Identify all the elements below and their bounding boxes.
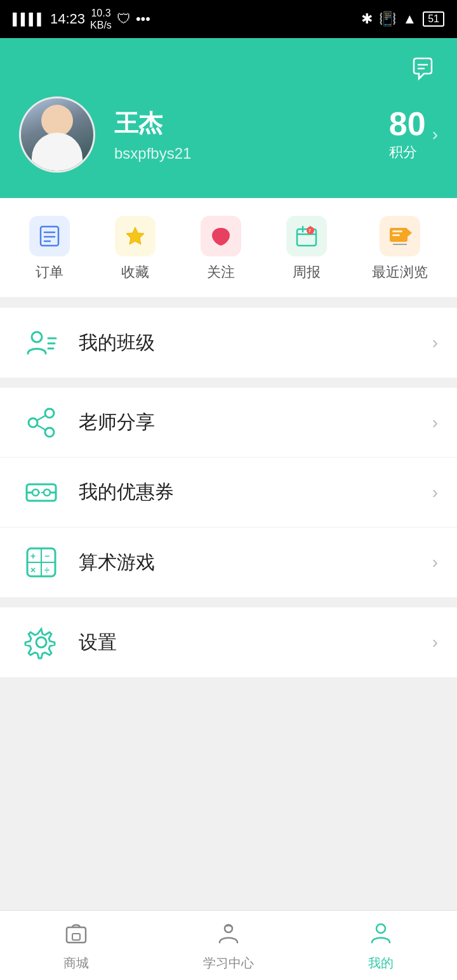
vibrate-icon: 📳 bbox=[379, 11, 396, 27]
svg-text:×: × bbox=[30, 565, 36, 575]
profile-header: 王杰 bsxpfbys21 80 积分 › bbox=[0, 38, 457, 198]
user-id: bsxpfbys21 bbox=[114, 145, 370, 162]
section-divider-3 bbox=[0, 597, 457, 607]
svg-point-44 bbox=[376, 924, 385, 933]
network-signal-icon: ▌▌▌▌ bbox=[13, 13, 45, 26]
nav-item-mine[interactable]: 我的 bbox=[305, 920, 457, 972]
menu-section: 我的班级 › bbox=[0, 308, 457, 378]
menu-item-math-game[interactable]: + − × ÷ 算术游戏 › bbox=[0, 527, 457, 597]
section-divider-1 bbox=[0, 298, 457, 308]
points-label: 积分 bbox=[389, 143, 426, 162]
mine-nav-label: 我的 bbox=[368, 955, 394, 972]
browse-label: 最近浏览 bbox=[372, 263, 428, 282]
nav-item-study[interactable]: 学习中心 bbox=[152, 920, 305, 972]
menu-item-teacher-share[interactable]: 老师分享 › bbox=[0, 388, 457, 458]
wifi-icon: ▲ bbox=[402, 11, 416, 27]
menu-item-settings[interactable]: 设置 › bbox=[0, 607, 457, 677]
points-chevron-icon: › bbox=[432, 124, 438, 145]
math-game-label: 算术游戏 bbox=[79, 550, 432, 576]
shield-icon: 🛡 bbox=[117, 11, 131, 27]
browse-icon bbox=[380, 216, 420, 256]
coupon-icon bbox=[19, 470, 63, 515]
teacher-share-chevron-icon: › bbox=[432, 413, 438, 433]
mine-icon bbox=[368, 920, 394, 951]
section-divider-2 bbox=[0, 378, 457, 388]
collect-icon bbox=[115, 216, 156, 256]
coupon-chevron-icon: › bbox=[432, 482, 438, 503]
settings-chevron-icon: › bbox=[432, 632, 438, 652]
my-class-icon bbox=[19, 321, 63, 365]
settings-icon bbox=[19, 620, 63, 665]
my-class-chevron-icon: › bbox=[432, 333, 438, 353]
menu-item-my-class[interactable]: 我的班级 › bbox=[0, 308, 457, 378]
math-game-icon: + − × ÷ bbox=[19, 540, 63, 585]
math-game-chevron-icon: › bbox=[432, 552, 438, 573]
svg-rect-15 bbox=[392, 230, 402, 232]
svg-point-40 bbox=[36, 637, 46, 647]
study-icon bbox=[216, 920, 241, 951]
order-icon bbox=[29, 216, 70, 256]
svg-point-18 bbox=[32, 332, 42, 342]
svg-point-30 bbox=[32, 489, 39, 496]
action-follow[interactable]: 关注 bbox=[201, 216, 241, 282]
teacher-share-label: 老师分享 bbox=[79, 409, 432, 435]
content-gray-area bbox=[0, 677, 457, 899]
points-section[interactable]: 80 积分 › bbox=[389, 107, 438, 162]
menu-section-2: 老师分享 › 我的优惠券 › bbox=[0, 388, 457, 597]
status-speed: 10.3 KB/s bbox=[90, 7, 112, 31]
svg-line-25 bbox=[37, 416, 45, 420]
svg-text:+: + bbox=[30, 551, 36, 561]
weekly-icon: 7 bbox=[286, 216, 327, 256]
status-left: ▌▌▌▌ 14:23 10.3 KB/s 🛡 ••• bbox=[13, 7, 150, 31]
follow-icon bbox=[201, 216, 241, 256]
svg-text:÷: ÷ bbox=[44, 565, 50, 575]
avatar[interactable] bbox=[19, 96, 95, 173]
dots-icon: ••• bbox=[136, 11, 150, 27]
teacher-share-icon bbox=[19, 401, 63, 445]
profile-row: 王杰 bsxpfbys21 80 积分 › bbox=[19, 96, 438, 173]
message-icon[interactable] bbox=[407, 53, 438, 84]
nav-item-shop[interactable]: 商城 bbox=[0, 920, 152, 972]
action-browse[interactable]: 最近浏览 bbox=[372, 216, 428, 282]
coupon-label: 我的优惠券 bbox=[79, 479, 432, 505]
action-order[interactable]: 订单 bbox=[29, 216, 70, 282]
bottom-nav: 商城 学习中心 我的 bbox=[0, 910, 457, 980]
points-value: 80 bbox=[389, 107, 426, 140]
status-time: 14:23 bbox=[50, 11, 85, 27]
svg-point-22 bbox=[29, 418, 37, 427]
follow-label: 关注 bbox=[207, 263, 235, 282]
avatar-image bbox=[21, 98, 93, 171]
svg-point-24 bbox=[45, 428, 54, 437]
user-name: 王杰 bbox=[114, 107, 370, 140]
status-bar: ▌▌▌▌ 14:23 10.3 KB/s 🛡 ••• ✱ 📳 ▲ 51 bbox=[0, 0, 457, 38]
svg-marker-14 bbox=[407, 229, 412, 237]
study-nav-label: 学习中心 bbox=[203, 955, 254, 972]
weekly-label: 周报 bbox=[293, 263, 321, 282]
profile-info: 王杰 bsxpfbys21 bbox=[114, 107, 370, 162]
collect-label: 收藏 bbox=[121, 263, 149, 282]
my-class-label: 我的班级 bbox=[79, 330, 432, 356]
svg-text:−: − bbox=[44, 551, 50, 561]
svg-line-26 bbox=[37, 425, 45, 430]
settings-label: 设置 bbox=[79, 630, 432, 656]
shop-nav-label: 商城 bbox=[63, 955, 89, 972]
svg-text:7: 7 bbox=[308, 228, 311, 233]
svg-point-23 bbox=[45, 409, 54, 418]
header-top bbox=[19, 53, 438, 84]
status-right: ✱ 📳 ▲ 51 bbox=[361, 11, 444, 27]
action-collect[interactable]: 收藏 bbox=[115, 216, 156, 282]
svg-point-31 bbox=[44, 489, 50, 496]
menu-section-3: 设置 › bbox=[0, 607, 457, 677]
order-label: 订单 bbox=[36, 263, 63, 282]
shop-icon bbox=[63, 920, 89, 951]
battery-icon: 51 bbox=[423, 11, 444, 27]
quick-actions-bar: 订单 收藏 关注 bbox=[0, 198, 457, 298]
menu-item-coupon[interactable]: 我的优惠券 › bbox=[0, 458, 457, 527]
svg-rect-42 bbox=[72, 934, 80, 940]
action-weekly[interactable]: 7 周报 bbox=[286, 216, 327, 282]
svg-marker-6 bbox=[126, 227, 144, 244]
bluetooth-icon: ✱ bbox=[361, 11, 373, 27]
svg-rect-16 bbox=[392, 234, 400, 236]
